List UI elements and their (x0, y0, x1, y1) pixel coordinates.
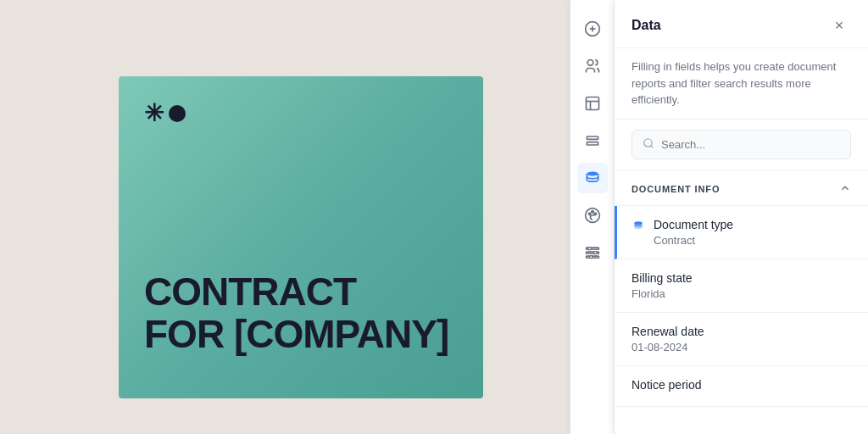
svg-point-15 (588, 248, 591, 250)
document-logo: ✳ (144, 102, 458, 125)
svg-line-21 (651, 145, 654, 147)
search-box (632, 130, 851, 159)
panel-header: Data × (615, 0, 868, 48)
field-label-renewal-date: Renewal date (632, 325, 851, 338)
people-icon[interactable] (577, 51, 608, 81)
database-icon (632, 220, 645, 247)
svg-point-11 (588, 213, 591, 215)
svg-point-12 (591, 211, 593, 214)
search-container (615, 120, 868, 170)
data-panel: Data × Filling in fields helps you creat… (614, 0, 868, 434)
svg-point-17 (593, 252, 596, 254)
logo-circle-icon (169, 105, 186, 122)
document-preview: ✳ CONTRACTFOR [COMPANY] (119, 76, 483, 398)
settings-icon[interactable] (577, 237, 608, 268)
chevron-up-icon[interactable] (839, 182, 851, 197)
panel-content: DOCUMENT INFO Document type (615, 170, 868, 435)
panel-container: Data × Filling in fields helps you creat… (570, 0, 868, 434)
section-title: DOCUMENT INFO (632, 184, 720, 194)
section-header: DOCUMENT INFO (615, 170, 868, 206)
svg-rect-8 (587, 142, 598, 145)
palette-icon[interactable] (577, 200, 608, 231)
panel-title: Data (632, 18, 661, 33)
svg-rect-7 (587, 136, 598, 139)
svg-point-20 (644, 138, 652, 146)
search-icon (643, 137, 654, 152)
layout-icon[interactable] (577, 88, 608, 119)
field-value-billing-state: Florida (632, 287, 851, 300)
field-content-billing-state: Billing state Florida (632, 271, 851, 300)
field-content-document-type: Document type Contract (654, 218, 851, 247)
icon-sidebar (570, 0, 614, 434)
field-label-billing-state: Billing state (632, 271, 851, 285)
document-title: CONTRACTFOR [COMPANY] (144, 270, 458, 356)
data-icon[interactable] (577, 163, 608, 193)
panel-description: Filling in fields helps you create docum… (615, 48, 868, 120)
field-content-renewal-date: Renewal date 01-08-2024 (632, 325, 851, 353)
field-item-document-type[interactable]: Document type Contract (615, 206, 868, 259)
svg-rect-4 (586, 97, 598, 110)
close-button[interactable]: × (827, 14, 851, 37)
field-value-renewal-date: 01-08-2024 (632, 341, 851, 353)
field-item-renewal-date[interactable]: Renewal date 01-08-2024 (615, 313, 868, 366)
field-value-document-type: Contract (654, 234, 851, 247)
field-item-billing-state[interactable]: Billing state Florida (615, 259, 868, 313)
field-content-notice-period: Notice period (632, 378, 851, 394)
svg-point-3 (587, 60, 593, 66)
svg-point-9 (587, 172, 598, 176)
add-icon[interactable] (577, 14, 608, 44)
search-input[interactable] (661, 138, 840, 151)
svg-point-19 (589, 256, 592, 259)
field-label-notice-period: Notice period (632, 378, 851, 392)
bracket-icon[interactable] (577, 125, 608, 156)
logo-asterisk-icon: ✳ (144, 102, 164, 125)
field-item-notice-period[interactable]: Notice period (615, 366, 868, 407)
field-label-document-type: Document type (654, 218, 851, 231)
